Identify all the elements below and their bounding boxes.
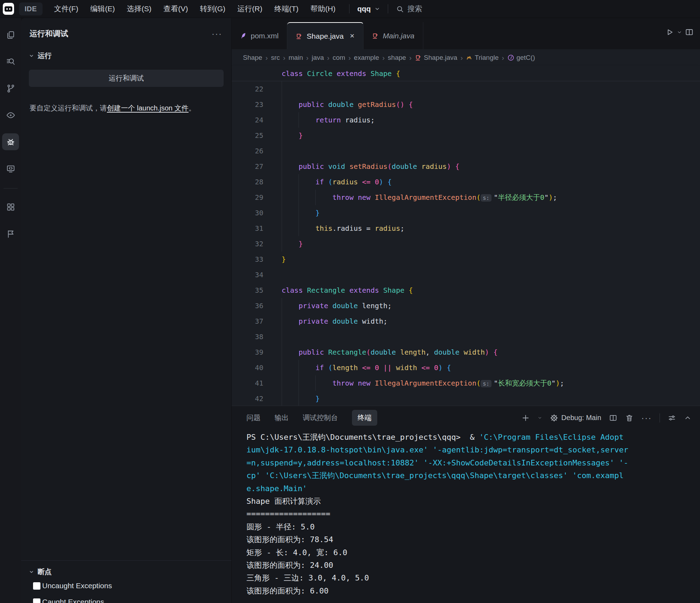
line-content: } xyxy=(263,209,320,217)
dropdown-chevron-icon[interactable] xyxy=(538,415,542,420)
activity-flag-icon[interactable] xyxy=(2,225,19,242)
code-line-28[interactable]: 28 if (radius <= 0) { xyxy=(232,174,700,190)
terminal-line: ================== xyxy=(246,508,700,520)
breadcrumb-item-src[interactable]: src xyxy=(271,54,280,62)
code-token xyxy=(324,162,328,171)
code-line-30[interactable]: 30 } xyxy=(232,205,700,221)
menu-item-1[interactable]: 编辑(E) xyxy=(84,1,121,17)
code-line-27[interactable]: 27 public void setRadius(double radius) … xyxy=(232,159,700,174)
activity-debug-icon[interactable] xyxy=(2,133,19,150)
breakpoints-header[interactable]: 断点 xyxy=(21,561,231,578)
menu-item-3[interactable]: 查看(V) xyxy=(158,1,194,17)
menu-item-6[interactable]: 终端(T) xyxy=(268,1,304,17)
panel-tab-调试控制台[interactable]: 调试控制台 xyxy=(303,413,338,423)
activity-files-icon[interactable] xyxy=(2,26,19,43)
code-token: IllegalArgumentException xyxy=(375,379,476,387)
breadcrumb-separator: › xyxy=(327,54,329,62)
editor-tab-Main.java[interactable]: Main.java xyxy=(364,22,423,49)
activity-extensions-icon[interactable] xyxy=(2,198,19,215)
breadcrumb-item-Shape.java[interactable]: Shape.java xyxy=(415,54,457,62)
sidebar-more-actions-icon[interactable]: ··· xyxy=(212,32,222,36)
code-line-24[interactable]: 24 return radius; xyxy=(232,112,700,128)
menu-item-4[interactable]: 转到(G) xyxy=(194,1,231,17)
indent-guide xyxy=(315,375,316,391)
code-line-39[interactable]: 39 public Rectangle(double length, doubl… xyxy=(232,344,700,360)
activity-ai-eye-icon[interactable] xyxy=(2,107,19,123)
code-line-34[interactable]: 34 xyxy=(232,267,700,283)
project-switcher[interactable]: qqq xyxy=(357,5,380,13)
code-line-40[interactable]: 40 if (length <= 0 || width <= 0) { xyxy=(232,360,700,375)
breadcrumb-item-com[interactable]: com xyxy=(333,54,345,62)
code-editor[interactable]: 2223 public double getRadius() {24 retur… xyxy=(232,81,700,406)
breakpoint-checkbox[interactable] xyxy=(33,598,40,603)
breakpoint-checkbox[interactable] xyxy=(33,582,40,590)
menu-item-0[interactable]: 文件(F) xyxy=(48,1,84,17)
terminal-output[interactable]: PS C:\Users\王泯钧\Documents\trae_projects\… xyxy=(232,430,700,603)
breadcrumb-item-getC()[interactable]: fgetC() xyxy=(507,54,535,62)
code-line-29[interactable]: 29 throw new IllegalArgumentException(s:… xyxy=(232,190,700,205)
breadcrumb-item-shape[interactable]: shape xyxy=(388,54,406,62)
breadcrumb-item-Shape[interactable]: Shape xyxy=(243,54,262,62)
code-token: extends xyxy=(349,286,379,294)
trash-icon[interactable] xyxy=(625,414,634,422)
close-icon[interactable]: ✕ xyxy=(349,32,354,40)
activity-search-icon[interactable] xyxy=(2,53,19,70)
breadcrumb-item-main[interactable]: main xyxy=(289,54,303,62)
code-line-25[interactable]: 25 } xyxy=(232,128,700,143)
plus-icon[interactable] xyxy=(521,414,530,422)
code-token xyxy=(328,302,332,310)
line-content: if (radius <= 0) { xyxy=(263,178,392,186)
code-line-23[interactable]: 23 public double getRadius() { xyxy=(232,97,700,112)
chevron-down-icon[interactable] xyxy=(677,30,682,35)
menu-item-5[interactable]: 运行(R) xyxy=(231,1,268,17)
titlebar-search[interactable]: 搜索 xyxy=(396,4,422,14)
breadcrumb-item-Triangle[interactable]: Triangle xyxy=(466,54,499,62)
code-token: length; xyxy=(362,302,392,310)
activity-source-control-icon[interactable] xyxy=(2,80,19,97)
code-line-31[interactable]: 31 this.radius = radius; xyxy=(232,221,700,236)
run-and-debug-button[interactable]: 运行和调试 xyxy=(29,70,224,87)
code-line-38[interactable]: 38 xyxy=(232,329,700,344)
code-token: public xyxy=(298,162,324,171)
code-line-36[interactable]: 36 private double length; xyxy=(232,298,700,313)
editor-tab-Shape.java[interactable]: Shape.java✕ xyxy=(287,22,363,49)
code-line-22[interactable]: 22 xyxy=(232,81,700,97)
menu-item-7[interactable]: 帮助(H) xyxy=(304,1,341,17)
split-panel-icon[interactable] xyxy=(609,414,617,422)
code-line-33[interactable]: 33} xyxy=(232,252,700,267)
panel-tab-问题[interactable]: 问题 xyxy=(246,413,261,423)
split-editor-icon[interactable] xyxy=(685,28,694,37)
editor-tab-pom.xml[interactable]: pom.xml xyxy=(232,22,287,49)
app-menu-ide[interactable]: IDE xyxy=(19,2,43,15)
breadcrumb-item-java[interactable]: java xyxy=(312,54,324,62)
code-line-26[interactable]: 26 xyxy=(232,143,700,159)
connection-toggle-icon[interactable] xyxy=(668,414,676,422)
code-token: radius xyxy=(421,162,447,171)
code-line-41[interactable]: 41 throw new IllegalArgumentException(s:… xyxy=(232,375,700,391)
terminal-text: ium\jdk-17.0.18.8-hotspot\bin\java.exe' … xyxy=(246,445,628,454)
app-logo-icon[interactable] xyxy=(3,3,14,15)
code-token: length xyxy=(400,348,425,356)
debug-icon xyxy=(6,137,15,147)
panel-tab-终端[interactable]: 终端 xyxy=(352,410,377,426)
code-line-32[interactable]: 32 } xyxy=(232,236,700,252)
menu-item-2[interactable]: 选择(S) xyxy=(121,1,158,17)
run-section-header[interactable]: 运行 xyxy=(21,39,231,61)
ai-eye-icon xyxy=(6,110,15,120)
panel-tab-输出[interactable]: 输出 xyxy=(275,413,289,423)
code-line-37[interactable]: 37 private double width; xyxy=(232,313,700,329)
run-icon[interactable] xyxy=(665,28,674,37)
indent-guide xyxy=(298,221,299,236)
chevron-up-icon[interactable] xyxy=(684,414,692,422)
code-line-42[interactable]: 42 } xyxy=(232,391,700,406)
activity-remote-code-icon[interactable] xyxy=(2,160,19,177)
code-token: ( xyxy=(476,379,481,387)
create-launch-json-link[interactable]: 创建一个 launch.json 文件 xyxy=(107,104,188,112)
debug-session-chip[interactable]: Debug: Main xyxy=(550,414,601,422)
code-line-35[interactable]: 35class Rectangle extends Shape { xyxy=(232,283,700,298)
java-icon xyxy=(296,33,303,40)
terminal-line: 三角形 - 三边: 3.0, 4.0, 5.0 xyxy=(246,572,700,584)
breadcrumb-item-example[interactable]: example xyxy=(354,54,379,62)
code-token: ( xyxy=(328,363,332,372)
more-icon[interactable]: ··· xyxy=(641,413,652,423)
